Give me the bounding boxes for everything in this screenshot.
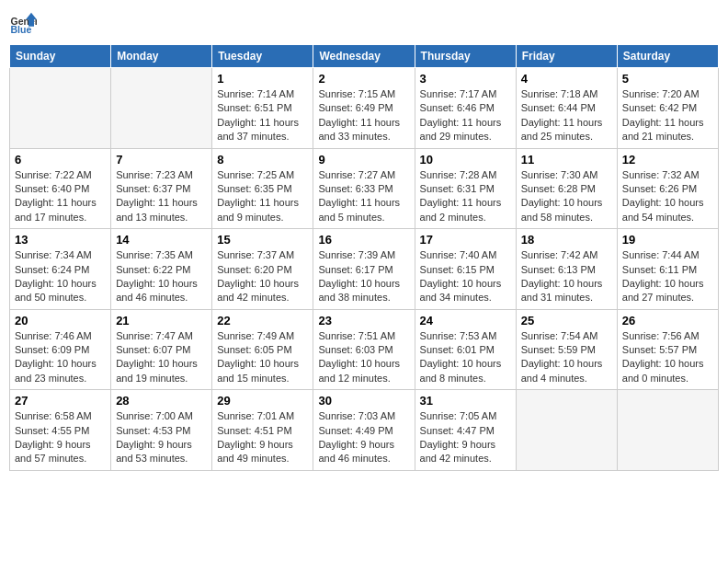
day-number: 14 (116, 233, 207, 247)
calendar-day-cell: 7Sunrise: 7:23 AMSunset: 6:37 PMDaylight… (111, 148, 212, 229)
day-number: 12 (622, 153, 713, 167)
calendar-day-cell: 27Sunrise: 6:58 AMSunset: 4:55 PMDayligh… (10, 390, 111, 471)
calendar-day-cell (516, 390, 617, 471)
day-detail: Sunrise: 7:30 AMSunset: 6:28 PMDaylight:… (521, 168, 612, 225)
day-number: 4 (521, 72, 612, 86)
calendar-day-cell: 22Sunrise: 7:49 AMSunset: 6:05 PMDayligh… (212, 309, 313, 390)
day-header-monday: Monday (111, 45, 212, 68)
calendar-day-cell: 16Sunrise: 7:39 AMSunset: 6:17 PMDayligh… (313, 229, 415, 310)
day-number: 19 (622, 233, 713, 247)
day-detail: Sunrise: 7:40 AMSunset: 6:15 PMDaylight:… (420, 248, 511, 305)
day-detail: Sunrise: 7:32 AMSunset: 6:26 PMDaylight:… (622, 168, 713, 225)
calendar-day-cell: 26Sunrise: 7:56 AMSunset: 5:57 PMDayligh… (617, 309, 718, 390)
day-detail: Sunrise: 7:37 AMSunset: 6:20 PMDaylight:… (217, 248, 308, 305)
calendar-day-cell: 19Sunrise: 7:44 AMSunset: 6:11 PMDayligh… (617, 229, 718, 310)
calendar-day-cell (10, 68, 111, 149)
calendar-day-cell: 28Sunrise: 7:00 AMSunset: 4:53 PMDayligh… (111, 390, 212, 471)
day-number: 26 (622, 314, 713, 327)
day-number: 2 (318, 72, 409, 86)
day-number: 11 (521, 153, 612, 167)
logo-icon: General Blue (9, 9, 37, 37)
calendar-day-cell: 15Sunrise: 7:37 AMSunset: 6:20 PMDayligh… (212, 229, 313, 310)
day-detail: Sunrise: 7:22 AMSunset: 6:40 PMDaylight:… (15, 168, 106, 225)
calendar-week-row: 27Sunrise: 6:58 AMSunset: 4:55 PMDayligh… (10, 390, 719, 471)
day-detail: Sunrise: 7:49 AMSunset: 6:05 PMDaylight:… (217, 329, 308, 386)
calendar-day-cell: 4Sunrise: 7:18 AMSunset: 6:44 PMDaylight… (516, 68, 617, 149)
day-number: 13 (15, 233, 106, 247)
day-number: 3 (420, 72, 511, 86)
page-header: General Blue (9, 9, 719, 37)
day-number: 25 (521, 314, 612, 327)
calendar-day-cell (111, 68, 212, 149)
day-detail: Sunrise: 7:28 AMSunset: 6:31 PMDaylight:… (420, 168, 511, 225)
day-number: 24 (420, 314, 511, 327)
calendar-day-cell: 17Sunrise: 7:40 AMSunset: 6:15 PMDayligh… (415, 229, 516, 310)
day-detail: Sunrise: 7:51 AMSunset: 6:03 PMDaylight:… (318, 329, 409, 386)
calendar-day-cell: 23Sunrise: 7:51 AMSunset: 6:03 PMDayligh… (313, 309, 415, 390)
calendar-day-cell: 8Sunrise: 7:25 AMSunset: 6:35 PMDaylight… (212, 148, 313, 229)
calendar-day-cell: 18Sunrise: 7:42 AMSunset: 6:13 PMDayligh… (516, 229, 617, 310)
day-header-thursday: Thursday (415, 45, 516, 68)
day-detail: Sunrise: 7:56 AMSunset: 5:57 PMDaylight:… (622, 329, 713, 386)
day-detail: Sunrise: 7:34 AMSunset: 6:24 PMDaylight:… (15, 248, 106, 305)
calendar-day-cell: 5Sunrise: 7:20 AMSunset: 6:42 PMDaylight… (617, 68, 718, 149)
calendar-day-cell: 10Sunrise: 7:28 AMSunset: 6:31 PMDayligh… (415, 148, 516, 229)
day-detail: Sunrise: 7:44 AMSunset: 6:11 PMDaylight:… (622, 248, 713, 305)
day-detail: Sunrise: 7:54 AMSunset: 5:59 PMDaylight:… (521, 329, 612, 386)
calendar-day-cell: 1Sunrise: 7:14 AMSunset: 6:51 PMDaylight… (212, 68, 313, 149)
day-detail: Sunrise: 7:39 AMSunset: 6:17 PMDaylight:… (318, 248, 409, 305)
calendar-day-cell: 31Sunrise: 7:05 AMSunset: 4:47 PMDayligh… (415, 390, 516, 471)
day-number: 8 (217, 153, 308, 167)
calendar-day-cell: 14Sunrise: 7:35 AMSunset: 6:22 PMDayligh… (111, 229, 212, 310)
day-detail: Sunrise: 7:00 AMSunset: 4:53 PMDaylight:… (116, 409, 207, 466)
calendar-day-cell: 12Sunrise: 7:32 AMSunset: 6:26 PMDayligh… (617, 148, 718, 229)
logo: General Blue (9, 9, 37, 37)
day-detail: Sunrise: 7:46 AMSunset: 6:09 PMDaylight:… (15, 329, 106, 386)
day-detail: Sunrise: 7:14 AMSunset: 6:51 PMDaylight:… (217, 87, 308, 144)
day-detail: Sunrise: 7:01 AMSunset: 4:51 PMDaylight:… (217, 409, 308, 466)
day-number: 28 (116, 394, 207, 408)
day-header-wednesday: Wednesday (313, 45, 415, 68)
day-number: 16 (318, 233, 409, 247)
day-number: 15 (217, 233, 308, 247)
day-number: 17 (420, 233, 511, 247)
calendar-day-cell: 13Sunrise: 7:34 AMSunset: 6:24 PMDayligh… (10, 229, 111, 310)
day-detail: Sunrise: 6:58 AMSunset: 4:55 PMDaylight:… (15, 409, 106, 466)
svg-text:Blue: Blue (11, 24, 32, 35)
day-number: 31 (420, 394, 511, 408)
calendar-day-cell: 21Sunrise: 7:47 AMSunset: 6:07 PMDayligh… (111, 309, 212, 390)
day-header-friday: Friday (516, 45, 617, 68)
day-number: 20 (15, 314, 106, 327)
day-detail: Sunrise: 7:18 AMSunset: 6:44 PMDaylight:… (521, 87, 612, 144)
day-detail: Sunrise: 7:27 AMSunset: 6:33 PMDaylight:… (318, 168, 409, 225)
day-number: 27 (15, 394, 106, 408)
day-number: 10 (420, 153, 511, 167)
day-detail: Sunrise: 7:42 AMSunset: 6:13 PMDaylight:… (521, 248, 612, 305)
day-detail: Sunrise: 7:47 AMSunset: 6:07 PMDaylight:… (116, 329, 207, 386)
day-number: 21 (116, 314, 207, 327)
day-header-sunday: Sunday (10, 45, 111, 68)
calendar-day-cell: 11Sunrise: 7:30 AMSunset: 6:28 PMDayligh… (516, 148, 617, 229)
day-number: 6 (15, 153, 106, 167)
day-number: 23 (318, 314, 409, 327)
day-number: 18 (521, 233, 612, 247)
day-detail: Sunrise: 7:05 AMSunset: 4:47 PMDaylight:… (420, 409, 511, 466)
day-detail: Sunrise: 7:17 AMSunset: 6:46 PMDaylight:… (420, 87, 511, 144)
calendar-day-cell: 29Sunrise: 7:01 AMSunset: 4:51 PMDayligh… (212, 390, 313, 471)
day-detail: Sunrise: 7:25 AMSunset: 6:35 PMDaylight:… (217, 168, 308, 225)
day-header-saturday: Saturday (617, 45, 718, 68)
day-detail: Sunrise: 7:15 AMSunset: 6:49 PMDaylight:… (318, 87, 409, 144)
calendar-day-cell: 2Sunrise: 7:15 AMSunset: 6:49 PMDaylight… (313, 68, 415, 149)
day-number: 7 (116, 153, 207, 167)
calendar-week-row: 13Sunrise: 7:34 AMSunset: 6:24 PMDayligh… (10, 229, 719, 310)
calendar-day-cell: 3Sunrise: 7:17 AMSunset: 6:46 PMDaylight… (415, 68, 516, 149)
day-detail: Sunrise: 7:35 AMSunset: 6:22 PMDaylight:… (116, 248, 207, 305)
day-number: 22 (217, 314, 308, 327)
calendar-week-row: 1Sunrise: 7:14 AMSunset: 6:51 PMDaylight… (10, 68, 719, 149)
day-number: 1 (217, 72, 308, 86)
calendar-day-cell: 24Sunrise: 7:53 AMSunset: 6:01 PMDayligh… (415, 309, 516, 390)
calendar-day-cell: 9Sunrise: 7:27 AMSunset: 6:33 PMDaylight… (313, 148, 415, 229)
day-number: 5 (622, 72, 713, 86)
calendar-week-row: 20Sunrise: 7:46 AMSunset: 6:09 PMDayligh… (10, 309, 719, 390)
day-detail: Sunrise: 7:53 AMSunset: 6:01 PMDaylight:… (420, 329, 511, 386)
